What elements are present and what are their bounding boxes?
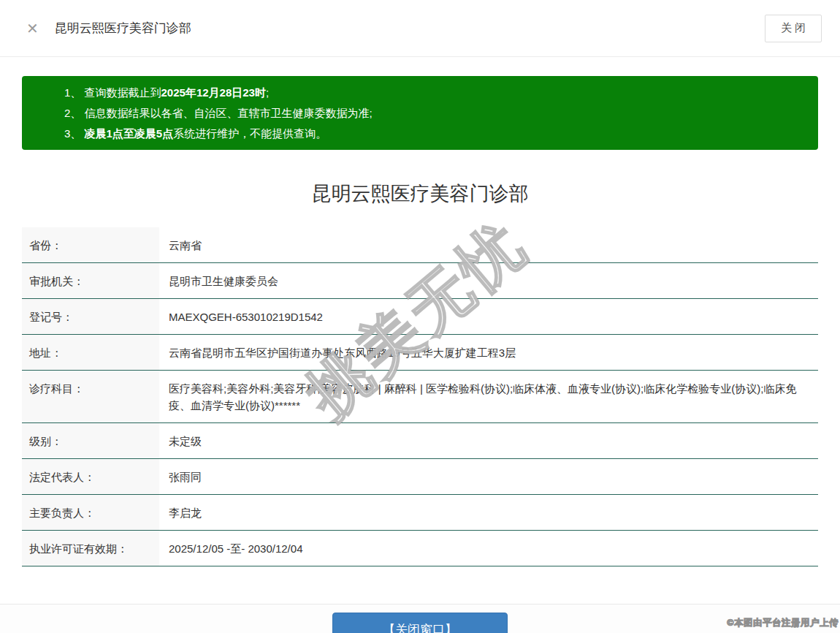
notice-line-3-bold: 凌晨1点至凌晨5点 [85, 127, 174, 140]
info-table: 省份： 云南省 审批机关： 昆明市卫生健康委员会 登记号： MAEXQGEH-6… [22, 227, 818, 566]
table-row: 登记号： MAEXQGEH-653010219D1542 [22, 299, 818, 335]
row-label-medical-subjects: 诊疗科目： [22, 371, 159, 423]
notice-line-1: 1、 查询数据截止到2025年12月28日23时; [64, 83, 803, 103]
row-label-license-validity: 执业许可证有效期： [22, 531, 159, 566]
header: ✕ 昆明云熙医疗美容门诊部 关 闭 [0, 0, 840, 57]
table-row: 审批机关： 昆明市卫生健康委员会 [22, 263, 818, 299]
row-label-registration-number: 登记号： [22, 299, 159, 335]
table-row: 主要负责人： 李启龙 [22, 495, 818, 531]
notice-line-3: 3、 凌晨1点至凌晨5点系统进行维护，不能提供查询。 [64, 124, 803, 144]
row-value-address: 云南省昆明市五华区护国街道办事处东风西路19号五华大厦扩建工程3层 [159, 335, 818, 371]
notice-line-3-text: 3、 [64, 127, 85, 140]
row-value-province: 云南省 [159, 227, 818, 263]
row-value-medical-subjects: 医疗美容科;美容外科;美容牙科;美容皮肤科 | 麻醉科 | 医学检验科(协议);… [159, 371, 818, 423]
table-row: 地址： 云南省昆明市五华区护国街道办事处东风西路19号五华大厦扩建工程3层 [22, 335, 818, 371]
notice-line-1-tail: ; [266, 86, 269, 99]
table-row: 诊疗科目： 医疗美容科;美容外科;美容牙科;美容皮肤科 | 麻醉科 | 医学检验… [22, 371, 818, 423]
table-row: 级别： 未定级 [22, 423, 818, 459]
row-label-province: 省份： [22, 227, 159, 263]
page: ✕ 昆明云熙医疗美容门诊部 关 闭 1、 查询数据截止到2025年12月28日2… [0, 0, 840, 633]
notice-line-1-text: 1、 查询数据截止到 [64, 86, 161, 99]
notice-line-3-tail: 系统进行维护，不能提供查询。 [173, 127, 327, 140]
page-title: 昆明云熙医疗美容门诊部 [55, 20, 765, 37]
notice-banner: 1、 查询数据截止到2025年12月28日23时; 2、 信息数据结果以各省、自… [22, 76, 818, 150]
row-value-license-validity: 2025/12/05 -至- 2030/12/04 [159, 531, 818, 566]
notice-line-2: 2、 信息数据结果以各省、自治区、直辖市卫生健康委数据为准; [64, 103, 803, 124]
row-label-legal-representative: 法定代表人： [22, 459, 159, 495]
institution-title: 昆明云熙医疗美容门诊部 [0, 181, 840, 207]
row-label-approval-authority: 审批机关： [22, 263, 159, 299]
row-value-legal-representative: 张雨同 [159, 459, 818, 495]
close-button[interactable]: 关 闭 [765, 15, 822, 42]
table-row: 法定代表人： 张雨同 [22, 459, 818, 495]
row-value-principal: 李启龙 [159, 495, 818, 531]
row-label-address: 地址： [22, 335, 159, 371]
notice-line-1-bold: 2025年12月28日23时 [161, 86, 266, 99]
close-window-button[interactable]: 【关闭窗口】 [332, 613, 508, 633]
close-x-icon[interactable]: ✕ [26, 21, 39, 36]
row-value-level: 未定级 [159, 423, 818, 459]
row-value-approval-authority: 昆明市卫生健康委员会 [159, 263, 818, 299]
table-row: 省份： 云南省 [22, 227, 818, 263]
footer: 【关闭窗口】 ©本图由平台注册用户上传 [0, 604, 840, 633]
notice-line-2-text: 2、 信息数据结果以各省、自治区、直辖市卫生健康委数据为准; [64, 107, 373, 119]
row-value-registration-number: MAEXQGEH-653010219D1542 [159, 299, 818, 335]
table-row: 执业许可证有效期： 2025/12/05 -至- 2030/12/04 [22, 531, 818, 566]
row-label-level: 级别： [22, 423, 159, 459]
upload-copyright-watermark: ©本图由平台注册用户上传 [727, 617, 839, 629]
row-label-principal: 主要负责人： [22, 495, 159, 531]
